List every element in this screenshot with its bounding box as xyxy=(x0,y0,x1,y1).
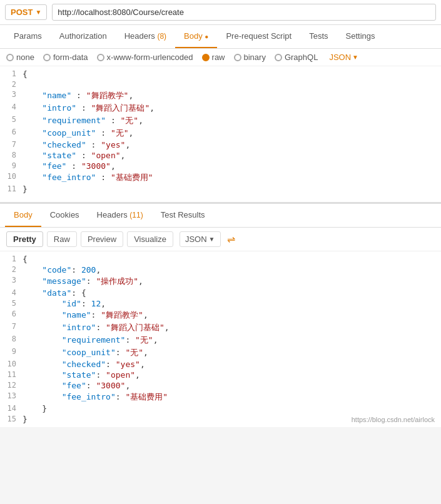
radio-raw[interactable]: raw xyxy=(202,53,225,62)
radio-graphql[interactable]: GraphQL xyxy=(275,53,318,62)
radio-dot-form-data xyxy=(43,54,51,61)
tab-body[interactable]: Body ● xyxy=(175,25,217,48)
tab-params[interactable]: Params xyxy=(5,25,51,48)
resp-line-7: 7 "intro": "舞蹈入门基础", xyxy=(0,321,441,334)
resp-btn-visualize[interactable]: Visualize xyxy=(127,231,173,247)
radio-binary[interactable]: binary xyxy=(234,53,266,62)
format-label: JSON xyxy=(329,53,351,62)
format-select[interactable]: JSON ▼ xyxy=(329,53,358,62)
top-bar: POST ▼ xyxy=(0,0,441,25)
resp-line-3: 3 "message": "操作成功", xyxy=(0,275,441,288)
headers-badge: (8) xyxy=(157,32,166,41)
tab-headers[interactable]: Headers (8) xyxy=(116,25,175,48)
watermark: https://blog.csdn.net/airlock xyxy=(352,416,435,423)
req-line-10: 10 "fee_intro" : "基础费用" xyxy=(0,171,441,184)
radio-dot-urlencoded xyxy=(97,54,104,61)
resp-btn-preview[interactable]: Preview xyxy=(81,231,123,247)
req-line-9: 9 "fee" : "3000", xyxy=(0,161,441,171)
tab-settings[interactable]: Settings xyxy=(337,25,384,48)
tab-test-results[interactable]: Test Results xyxy=(152,204,214,227)
resp-line-13: 13 "fee_intro": "基础费用" xyxy=(0,391,441,403)
req-line-3: 3 "name" : "舞蹈教学", xyxy=(0,89,441,102)
resp-btn-pretty[interactable]: Pretty xyxy=(6,231,43,247)
resp-format-label: JSON xyxy=(185,234,207,244)
req-line-6: 6 "coop_unit" : "无", xyxy=(0,127,441,139)
req-line-7: 7 "checked" : "yes", xyxy=(0,139,441,150)
resp-line-4: 4 "data": { xyxy=(0,288,441,298)
req-line-11: 11 } xyxy=(0,184,441,194)
chevron-down-icon: ▼ xyxy=(352,54,358,61)
radio-dot-graphql xyxy=(275,54,282,61)
body-type-row: none form-data x-www-form-urlencoded raw… xyxy=(0,49,441,66)
radio-dot-raw xyxy=(202,54,210,61)
nav-tabs: Params Authorization Headers (8) Body ● … xyxy=(0,25,441,49)
radio-form-data[interactable]: form-data xyxy=(43,53,88,62)
resp-headers-badge: (11) xyxy=(129,211,143,219)
url-input[interactable] xyxy=(52,4,436,21)
tab-authorization[interactable]: Authorization xyxy=(51,25,116,48)
bottom-section: Body Cookies Headers (11) Test Results P… xyxy=(0,204,441,427)
body-dot: ● xyxy=(205,33,208,40)
radio-urlencoded[interactable]: x-www-form-urlencoded xyxy=(97,53,193,62)
tab-response-headers[interactable]: Headers (11) xyxy=(88,204,152,227)
radio-none[interactable]: none xyxy=(6,53,34,62)
radio-dot-binary xyxy=(234,54,241,61)
method-select[interactable]: POST ▼ xyxy=(5,4,47,20)
req-line-8: 8 "state" : "open", xyxy=(0,150,441,161)
response-toolbar: Pretty Raw Preview Visualize JSON ▼ ⇌ xyxy=(0,228,441,251)
resp-format-select[interactable]: JSON ▼ xyxy=(180,231,221,247)
resp-line-5: 5 "id": 12, xyxy=(0,298,441,309)
tab-prerequest[interactable]: Pre-request Script xyxy=(217,25,300,48)
resp-line-14: 14 } xyxy=(0,403,441,414)
radio-dot-none xyxy=(6,54,14,61)
resp-line-10: 10 "checked": "yes", xyxy=(0,359,441,370)
resp-line-1: 1 { xyxy=(0,254,441,265)
resp-line-6: 6 "name": "舞蹈教学", xyxy=(0,309,441,321)
req-line-4: 4 "intro" : "舞蹈入门基础", xyxy=(0,102,441,114)
tab-response-body[interactable]: Body xyxy=(5,204,41,227)
resp-line-12: 12 "fee": "3000", xyxy=(0,380,441,391)
req-line-1: 1 { xyxy=(0,69,441,79)
resp-btn-raw[interactable]: Raw xyxy=(47,231,77,247)
response-code-area: 1 { 2 "code": 200, 3 "message": "操作成功", … xyxy=(0,251,441,427)
resp-line-8: 8 "requirement": "无", xyxy=(0,334,441,346)
req-line-2: 2 xyxy=(0,79,441,89)
method-label: POST xyxy=(11,8,33,17)
wrap-icon[interactable]: ⇌ xyxy=(227,233,235,245)
chevron-down-icon: ▼ xyxy=(35,9,41,16)
request-code-area: 1 { 2 3 "name" : "舞蹈教学", 4 "intro" : "舞蹈… xyxy=(0,66,441,204)
resp-line-9: 9 "coop_unit": "无", xyxy=(0,346,441,359)
resp-line-11: 11 "state": "open", xyxy=(0,370,441,380)
tab-tests[interactable]: Tests xyxy=(300,25,337,48)
req-line-5: 5 "requirement" : "无", xyxy=(0,114,441,127)
resp-line-2: 2 "code": 200, xyxy=(0,265,441,275)
chevron-down-icon: ▼ xyxy=(209,236,215,243)
bottom-tabs: Body Cookies Headers (11) Test Results xyxy=(0,204,441,228)
tab-cookies[interactable]: Cookies xyxy=(41,204,88,227)
